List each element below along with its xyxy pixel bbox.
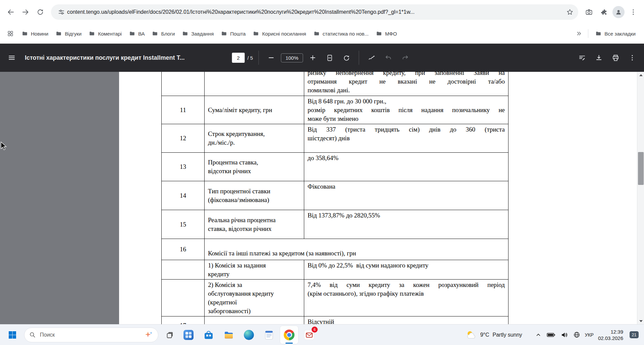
table-text-line: Відсутній bbox=[308, 317, 505, 324]
table-cell-number bbox=[162, 72, 205, 96]
bookmark-item[interactable]: Блоги bbox=[148, 28, 178, 39]
unread-count-badge: 6 bbox=[312, 327, 318, 333]
table-cell-number: 17 bbox=[162, 316, 205, 325]
table-cell-number: 11 bbox=[162, 96, 205, 124]
table-cell-value: Від 337 (триста тридцять сім) днів до 36… bbox=[304, 124, 508, 153]
fit-page-icon bbox=[326, 54, 333, 62]
annotate-text-button[interactable] bbox=[575, 51, 589, 65]
folder-icon bbox=[22, 31, 28, 37]
bookmark-item[interactable]: МФО bbox=[372, 28, 400, 39]
hidden-icons-button[interactable] bbox=[535, 332, 542, 338]
forward-button[interactable] bbox=[18, 5, 33, 19]
apps-grid-icon[interactable] bbox=[5, 28, 16, 39]
weather-widget[interactable]: 9°C Partly sunny bbox=[462, 328, 526, 342]
site-info-icon[interactable] bbox=[56, 6, 67, 18]
search-icon bbox=[29, 332, 36, 338]
table-cell-value: Фіксована bbox=[304, 181, 508, 210]
table-cell-value: Від 1373,87% до 2820,55% bbox=[304, 210, 508, 239]
zoom-level-input[interactable]: 100% bbox=[281, 53, 303, 62]
bookmark-label: Новини bbox=[31, 31, 48, 37]
search-highlights-sparkle-icon bbox=[144, 331, 153, 339]
draw-annotate-button[interactable] bbox=[365, 51, 379, 65]
back-button[interactable] bbox=[3, 5, 18, 19]
camera-screenshot-button[interactable] bbox=[582, 5, 596, 19]
table-cell-label: 2) Комісія за обслуговування кредиту (кр… bbox=[205, 280, 304, 316]
scrollbar-thumb[interactable] bbox=[638, 152, 644, 185]
table-cell-merged: Комісії та інші платежі за кредитом (за … bbox=[205, 239, 508, 260]
chevron-up-icon bbox=[536, 332, 541, 338]
vertical-scrollbar[interactable] bbox=[637, 72, 644, 324]
taskbar-store-app[interactable] bbox=[200, 326, 218, 344]
scroll-down-arrow[interactable] bbox=[637, 318, 644, 324]
taskbar-notepad-app[interactable] bbox=[260, 326, 278, 344]
pdf-more-button[interactable] bbox=[625, 51, 639, 65]
download-icon bbox=[595, 54, 603, 62]
rotate-icon bbox=[342, 54, 350, 62]
zoom-out-button[interactable] bbox=[264, 51, 278, 65]
bookmark-item[interactable]: Відгуки bbox=[52, 28, 85, 39]
task-view-button[interactable] bbox=[162, 327, 178, 343]
language-indicator[interactable]: УКР bbox=[585, 332, 594, 338]
clock-widget[interactable]: 12:39 02.03.2026 bbox=[598, 329, 623, 341]
taskbar-search[interactable]: Поиск bbox=[24, 328, 158, 342]
all-bookmarks-button[interactable]: Все закладки bbox=[592, 28, 639, 39]
bookmark-item[interactable]: статистика по нов... bbox=[310, 28, 372, 39]
folder-icon bbox=[595, 31, 601, 37]
partly-sunny-icon bbox=[466, 330, 477, 340]
table-row: 2) Комісія за обслуговування кредиту (кр… bbox=[162, 280, 508, 316]
table-cell-label: Процентна ставка, відсотки річних bbox=[205, 153, 304, 181]
reload-icon bbox=[36, 8, 44, 16]
table-row-partial: ризику неповернення кредиту, при заповне… bbox=[162, 72, 508, 96]
table-text-line: Від 337 (триста тридцять сім) днів до 36… bbox=[308, 125, 505, 134]
table-cell-value: Від 8 648 грн. до 30 000 грн., розмір кр… bbox=[304, 96, 508, 124]
table-text-line: Тип процентної ставки bbox=[208, 187, 301, 196]
download-button[interactable] bbox=[592, 51, 606, 65]
volume-button[interactable] bbox=[560, 331, 569, 339]
redo-button[interactable] bbox=[398, 51, 412, 65]
pdf-menu-button[interactable] bbox=[5, 51, 19, 65]
undo-icon bbox=[384, 54, 392, 62]
bookmark-item[interactable]: Корисні посилання bbox=[249, 28, 310, 39]
rotate-button[interactable] bbox=[339, 51, 354, 65]
taskbar-file-explorer-app[interactable] bbox=[220, 326, 238, 344]
fit-page-button[interactable] bbox=[323, 51, 337, 65]
start-button[interactable] bbox=[4, 327, 21, 343]
scroll-up-arrow[interactable] bbox=[637, 72, 644, 78]
notification-count-badge[interactable]: 21 bbox=[630, 331, 639, 338]
address-bar[interactable]: content.tengo.ua/uploads/elFinder/docs/2… bbox=[51, 4, 578, 20]
bookmark-label: ВА bbox=[138, 31, 145, 37]
folder-icon bbox=[129, 31, 135, 37]
table-text-line: Процентна ставка, bbox=[208, 158, 301, 167]
bookmark-item[interactable]: Завдання bbox=[178, 28, 217, 39]
date-text: 02.03.2026 bbox=[598, 335, 623, 341]
file-explorer-icon bbox=[224, 330, 234, 340]
bookmark-item[interactable]: ВА bbox=[125, 28, 149, 39]
table-text-line: помилкові дані. bbox=[308, 86, 505, 95]
table-cell-label bbox=[205, 316, 304, 325]
bookmark-label: статистика по нов... bbox=[323, 31, 369, 37]
zoom-in-button[interactable] bbox=[306, 51, 320, 65]
print-button[interactable] bbox=[608, 51, 623, 65]
table-cell-value: Відсутній bbox=[304, 316, 508, 325]
reload-button[interactable] bbox=[33, 5, 48, 19]
page-number-input[interactable]: 2 bbox=[232, 53, 245, 63]
bookmark-star-icon[interactable] bbox=[564, 6, 576, 18]
battery-button[interactable] bbox=[546, 331, 556, 339]
bookmark-item[interactable]: Пошта bbox=[217, 28, 249, 39]
table-cell-value: ризику неповернення кредиту, при заповне… bbox=[304, 72, 508, 96]
table-cell-number: 13 bbox=[162, 153, 205, 181]
taskbar-chrome-app[interactable] bbox=[280, 326, 298, 344]
undo-button[interactable] bbox=[381, 51, 395, 65]
taskbar-edge-app[interactable] bbox=[240, 326, 258, 344]
browser-menu-button[interactable] bbox=[626, 5, 641, 19]
taskbar-widgets-app[interactable] bbox=[179, 326, 198, 344]
bookmark-label: Відгуки bbox=[65, 31, 82, 37]
taskbar-messenger-app[interactable]: 6 bbox=[300, 326, 318, 344]
profile-button[interactable] bbox=[611, 5, 626, 19]
bookmark-item[interactable]: Новини bbox=[18, 28, 52, 39]
bookmark-item[interactable]: Коментарі bbox=[85, 28, 125, 39]
network-button[interactable] bbox=[573, 331, 581, 339]
time-text: 12:39 bbox=[598, 329, 623, 335]
bookmarks-overflow-icon[interactable] bbox=[573, 28, 585, 39]
extensions-button[interactable] bbox=[596, 5, 611, 19]
